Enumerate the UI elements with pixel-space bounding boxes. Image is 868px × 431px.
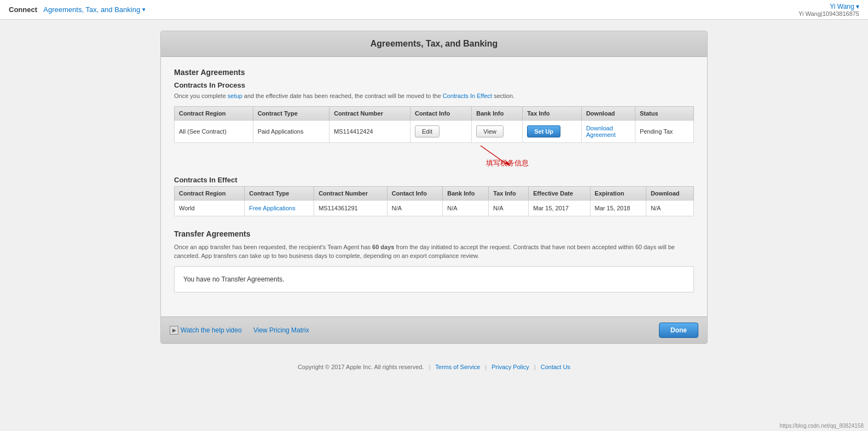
contracts-in-process-table: Contract Region Contract Type Contract N… (174, 106, 694, 143)
eff-cell-expiration: Mar 15, 2018 (590, 200, 646, 216)
panel-body: Master Agreements Contracts In Process O… (161, 57, 707, 317)
nav-separator (39, 6, 41, 14)
panel-header: Agreements, Tax, and Banking (161, 31, 707, 57)
col-status: Status (635, 106, 693, 120)
table-row: All (See Contract) Paid Applications MS1… (175, 120, 694, 142)
annotation-text: 填写税务信息 (486, 158, 529, 168)
annotation-area: 填写税务信息 (174, 143, 694, 176)
user-id-label: Yi Wang|10943816875 (798, 10, 859, 17)
url-hint: https://blog.csdn.net/qq_80824158 (780, 423, 864, 429)
setup-tax-button[interactable]: Set Up (527, 125, 560, 137)
effect-table-header: Contract Region Contract Type Contract N… (175, 186, 694, 200)
eff-col-download: Download (646, 186, 693, 200)
eff-col-expiration: Expiration (590, 186, 646, 200)
done-button[interactable]: Done (659, 323, 698, 338)
nav-connect-label: Connect (9, 5, 37, 14)
separator-1: | (429, 364, 431, 370)
col-contract-region: Contract Region (175, 106, 253, 120)
eff-col-effective: Effective Date (529, 186, 590, 200)
contracts-in-effect-section: Contracts In Effect Contract Region Cont… (174, 176, 694, 216)
separator-2: | (485, 364, 487, 370)
cell-status: Pending Tax (635, 120, 693, 142)
col-tax-info: Tax Info (523, 106, 582, 120)
privacy-policy-link[interactable]: Privacy Policy (491, 364, 529, 370)
eff-col-bank: Bank Info (443, 186, 489, 200)
cell-contact-info: Edit (410, 120, 471, 142)
cell-contract-number: MS114412424 (329, 120, 410, 142)
cell-contract-type: Paid Applications (253, 120, 329, 142)
transfer-box: You have no Transfer Agreements. (174, 266, 694, 292)
cell-contract-region: All (See Contract) (175, 120, 253, 142)
copyright-text: Copyright © 2017 Apple Inc. All rights r… (298, 364, 424, 370)
col-contact-info: Contact Info (410, 106, 471, 120)
help-video-icon: ▶ (170, 326, 178, 335)
eff-cell-type: Free Applications (245, 200, 314, 216)
eff-cell-contact: N/A (387, 200, 443, 216)
col-bank-info: Bank Info (472, 106, 523, 120)
eff-col-region: Contract Region (175, 186, 245, 200)
nav-section-link[interactable]: Agreements, Tax, and Banking (43, 5, 140, 14)
eff-col-type: Contract Type (245, 186, 314, 200)
main-content: Agreements, Tax, and Banking Master Agre… (0, 20, 868, 355)
table-row: World Free Applications MS114361291 N/A … (175, 200, 694, 216)
edit-contact-button[interactable]: Edit (415, 125, 439, 137)
panel-title: Agreements, Tax, and Banking (172, 39, 696, 49)
cell-download: Download Agreement (581, 120, 635, 142)
cell-tax-info: Set Up (523, 120, 582, 142)
no-transfer-text: You have no Transfer Agreements. (183, 275, 284, 283)
table-header-row: Contract Region Contract Type Contract N… (175, 106, 694, 120)
cell-bank-info: View (472, 120, 523, 142)
setup-link[interactable]: setup (228, 93, 242, 99)
download-agreement-link[interactable]: Download Agreement (586, 125, 616, 138)
contracts-in-process-section: Contracts In Process Once you complete s… (174, 81, 694, 176)
top-navigation: Connect Agreements, Tax, and Banking ▾ Y… (0, 0, 868, 20)
eff-col-number: Contract Number (314, 186, 387, 200)
contracts-in-effect-table: Contract Region Contract Type Contract N… (174, 186, 694, 216)
col-contract-number: Contract Number (329, 106, 410, 120)
page-footer: Copyright © 2017 Apple Inc. All rights r… (0, 355, 868, 379)
contracts-in-process-desc: Once you complete setup and the effectiv… (174, 91, 694, 101)
eff-col-tax: Tax Info (489, 186, 529, 200)
view-pricing-matrix-link[interactable]: View Pricing Matrix (253, 326, 309, 334)
eff-cell-effective: Mar 15, 2017 (529, 200, 590, 216)
eff-cell-number: MS114361291 (314, 200, 387, 216)
main-panel: Agreements, Tax, and Banking Master Agre… (160, 31, 708, 344)
master-agreements-title: Master Agreements (174, 68, 694, 77)
contact-us-link[interactable]: Contact Us (541, 364, 570, 370)
contracts-in-process-table-wrapper: Contract Region Contract Type Contract N… (174, 106, 694, 176)
transfer-agreements-desc: Once an app transfer has been requested,… (174, 243, 694, 261)
user-name-link[interactable]: Yi Wang ▾ (830, 3, 859, 10)
eff-cell-download: N/A (646, 200, 693, 216)
eff-col-contact: Contact Info (387, 186, 443, 200)
contracts-in-process-title: Contracts In Process (174, 81, 694, 89)
master-agreements-section: Master Agreements Contracts In Process O… (174, 68, 694, 216)
eff-cell-tax: N/A (489, 200, 529, 216)
contracts-in-effect-link[interactable]: Contracts In Effect (443, 93, 492, 99)
panel-footer: ▶ Watch the help video View Pricing Matr… (161, 317, 707, 343)
watch-help-video-link[interactable]: Watch the help video (181, 326, 242, 334)
view-bank-button[interactable]: View (476, 125, 504, 137)
transfer-agreements-section: Transfer Agreements Once an app transfer… (174, 229, 694, 292)
nav-chevron-icon[interactable]: ▾ (142, 6, 146, 13)
transfer-agreements-title: Transfer Agreements (174, 229, 694, 238)
nav-left: Connect Agreements, Tax, and Banking ▾ (9, 5, 146, 14)
terms-of-service-link[interactable]: Terms of Service (435, 364, 480, 370)
nav-right: Yi Wang ▾ Yi Wang|10943816875 (798, 3, 859, 17)
footer-left: ▶ Watch the help video View Pricing Matr… (170, 326, 309, 335)
eff-cell-bank: N/A (443, 200, 489, 216)
eff-cell-region: World (175, 200, 245, 216)
contracts-in-effect-title: Contracts In Effect (174, 176, 694, 184)
col-contract-type: Contract Type (253, 106, 329, 120)
col-download: Download (581, 106, 635, 120)
separator-3: | (534, 364, 536, 370)
free-apps-link[interactable]: Free Applications (249, 205, 295, 211)
